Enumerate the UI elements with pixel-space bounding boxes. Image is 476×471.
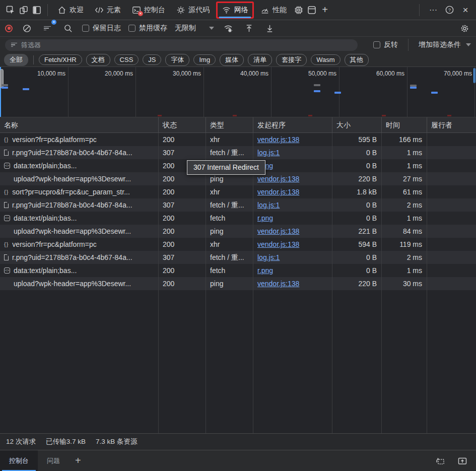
clear-icon[interactable]: [20, 22, 33, 35]
inspect-element-icon[interactable]: [4, 4, 17, 17]
initiator-link[interactable]: vendor.js:138: [257, 240, 299, 248]
tab-sources[interactable]: 源代码: [171, 0, 215, 20]
record-stop-icon[interactable]: [5, 25, 13, 32]
preserve-log-toggle[interactable]: 保留日志: [82, 24, 121, 33]
column-header[interactable]: 大小: [332, 117, 382, 132]
search-icon[interactable]: [61, 22, 75, 35]
drawer-tab-console[interactable]: 控制台: [0, 450, 38, 471]
tab-console[interactable]: ✕ 控制台: [126, 0, 171, 20]
column-header[interactable]: 履行者: [427, 117, 476, 132]
request-name: version?fr=pc&platform=pc: [12, 133, 96, 146]
initiator-cell: vendor.js:138: [253, 185, 332, 198]
tab-label: 网络: [234, 6, 248, 15]
column-header[interactable]: 状态: [159, 117, 206, 132]
time-cell: 27 ms: [382, 172, 427, 185]
filter-input-wrap[interactable]: [5, 39, 358, 51]
expand-drawer-icon[interactable]: [456, 454, 469, 467]
device-emulation-icon[interactable]: [17, 4, 30, 17]
filter-input[interactable]: [21, 41, 352, 49]
filter-chip[interactable]: JS: [143, 54, 161, 65]
tab-performance[interactable]: 性能: [255, 0, 292, 20]
dock-side-icon[interactable]: [30, 4, 43, 17]
initiator-cell: vendor.js:138: [253, 277, 332, 290]
preserve-log-label: 保留日志: [93, 24, 121, 33]
table-row[interactable]: <>data:text/plain;bas...200fetchr.png0 B…: [0, 212, 476, 225]
export-har-icon[interactable]: [263, 22, 276, 35]
tab-welcome[interactable]: 欢迎: [52, 0, 89, 20]
column-header[interactable]: 名称: [0, 117, 159, 132]
table-row[interactable]: upload?wpk-header=app%3Desewr...200pingv…: [0, 225, 476, 238]
resource-size: 7.3 kB 条资源: [96, 437, 138, 446]
invert-toggle[interactable]: 反转: [373, 40, 398, 49]
initiator-link[interactable]: r.png: [257, 266, 273, 275]
filter-chip[interactable]: 文档: [86, 54, 110, 66]
throttling-select[interactable]: 无限制: [175, 24, 214, 33]
filter-chip[interactable]: Wasm: [311, 54, 340, 65]
table-row[interactable]: upload?wpk-header=app%3Desewr...200pingv…: [0, 277, 476, 290]
table-row[interactable]: r.png?uid=2178b87a-b0c4-4b67-84a...307fe…: [0, 251, 476, 264]
tab-label: 控制台: [144, 6, 165, 15]
filter-chip[interactable]: 全部: [4, 54, 28, 66]
initiator-link[interactable]: log.js:1: [257, 149, 280, 157]
filter-chip[interactable]: 字体: [165, 54, 189, 66]
initiator-link[interactable]: r.png: [257, 214, 273, 222]
network-toolbar: ✕ 保留日志 禁用缓存 无限制: [0, 20, 476, 37]
filter-chip[interactable]: 其他: [345, 54, 369, 66]
filter-toggle-icon[interactable]: ✕: [41, 22, 54, 35]
table-row[interactable]: <>data:text/plain;bas...200fetchr.png0 B…: [0, 264, 476, 277]
add-tab-icon[interactable]: +: [318, 4, 331, 17]
request-name: r.png?uid=2178b87a-b0c4-4b67-84a...: [12, 198, 132, 212]
more-filters-dropdown[interactable]: 增加筛选条件: [419, 40, 471, 49]
filter-chip[interactable]: 清单: [248, 54, 272, 66]
document-icon: [4, 202, 9, 208]
preserve-log-checkbox[interactable]: [82, 25, 89, 32]
column-header[interactable]: 发起程序: [253, 117, 332, 132]
initiator-link[interactable]: log.js:1: [257, 253, 280, 261]
table-row[interactable]: {}version?fr=pc&platform=pc200xhrvendor.…: [0, 238, 476, 251]
drawer-tab-label: 控制台: [9, 456, 29, 465]
tab-elements[interactable]: 元素: [89, 0, 126, 20]
initiator-link[interactable]: vendor.js:138: [257, 175, 299, 183]
name-cell: upload?wpk-header=app%3Desewr...: [0, 172, 159, 185]
initiator-link[interactable]: vendor.js:138: [257, 280, 299, 288]
invert-checkbox[interactable]: [373, 41, 380, 48]
dock-drawer-icon[interactable]: [434, 454, 447, 467]
disable-cache-checkbox[interactable]: [128, 25, 135, 32]
initiator-link[interactable]: log.js:1: [257, 201, 280, 209]
column-header[interactable]: 类型: [206, 117, 253, 132]
fulfilled-cell: [427, 146, 476, 159]
filter-bar: 反转 增加筛选条件: [0, 37, 476, 53]
filter-chip[interactable]: 媒体: [220, 54, 244, 66]
table-row[interactable]: {}sort?pr=ucpro&fr=pc&uc_param_str...200…: [0, 185, 476, 198]
status-cell: 200: [159, 133, 206, 146]
settings-gear-icon[interactable]: [458, 22, 471, 35]
request-name: data:text/plain;bas...: [14, 212, 77, 225]
table-row[interactable]: r.png?uid=2178b87a-b0c4-4b67-84a...307fe…: [0, 146, 476, 159]
drawer-tab-issues[interactable]: 问题: [38, 450, 69, 471]
type-cell: fetch: [206, 264, 253, 277]
memory-icon[interactable]: [292, 4, 305, 17]
filter-chip[interactable]: Fetch/XHR: [39, 54, 82, 65]
timeline-tick-label: 60,000 ms: [350, 70, 404, 77]
initiator-link[interactable]: vendor.js:138: [257, 227, 299, 235]
time-cell: 84 ms: [382, 225, 427, 238]
more-options-icon[interactable]: ···: [427, 4, 440, 17]
network-conditions-icon[interactable]: [222, 22, 235, 35]
filter-chip[interactable]: Img: [193, 54, 216, 65]
tab-network[interactable]: 网络: [216, 2, 254, 19]
close-icon[interactable]: ×: [459, 4, 472, 17]
import-har-icon[interactable]: [242, 22, 255, 35]
tab-label: 元素: [107, 6, 121, 15]
drawer-add-tab-icon[interactable]: +: [69, 455, 87, 466]
filter-chip[interactable]: 套接字: [276, 54, 307, 66]
timeline-overview[interactable]: 10,000 ms20,000 ms30,000 ms40,000 ms50,0…: [0, 67, 476, 117]
column-header[interactable]: 时间: [382, 117, 427, 132]
help-icon[interactable]: ?: [443, 4, 456, 17]
table-row[interactable]: r.png?uid=2178b87a-b0c4-4b67-84a...307fe…: [0, 198, 476, 212]
table-row[interactable]: {}version?fr=pc&platform=pc200xhrvendor.…: [0, 133, 476, 146]
initiator-link[interactable]: vendor.js:138: [257, 188, 299, 196]
filter-chip[interactable]: CSS: [114, 54, 139, 65]
disable-cache-toggle[interactable]: 禁用缓存: [128, 24, 167, 33]
initiator-link[interactable]: vendor.js:138: [257, 136, 299, 144]
application-icon[interactable]: [305, 4, 318, 17]
